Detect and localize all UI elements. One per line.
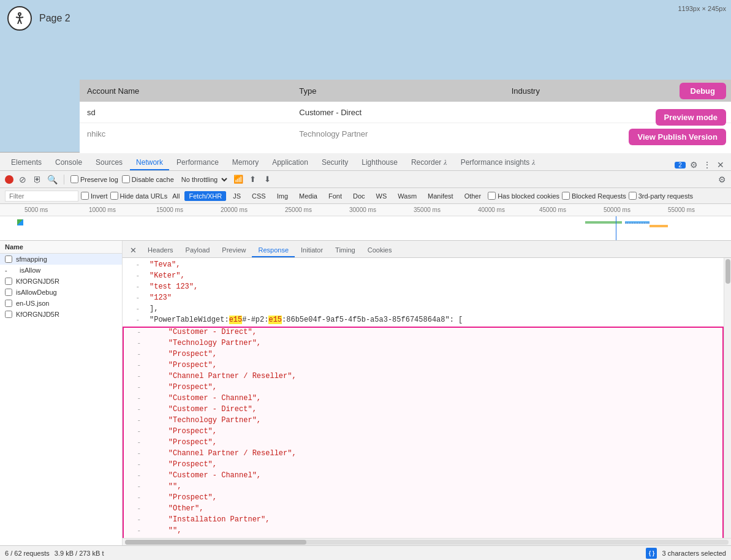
request-item-sfmapping[interactable]: sfmapping <box>0 254 122 265</box>
download-icon[interactable]: ⬇ <box>262 174 273 185</box>
requests-count: 6 / 62 requests <box>5 550 50 557</box>
third-party-checkbox[interactable] <box>629 192 637 200</box>
tab-perf-insights[interactable]: Performance insights 𝜆 <box>455 156 542 170</box>
blocked-requests-label[interactable]: Blocked Requests <box>562 192 626 200</box>
sub-tab-close[interactable]: ✕ <box>127 243 139 257</box>
request-item-kforgnjd5r-1[interactable]: KfORGNJD5R <box>0 276 122 287</box>
sub-tab-timing[interactable]: Timing <box>329 244 362 257</box>
filter-js[interactable]: JS <box>229 191 245 201</box>
timeline-bar-orange <box>650 225 668 227</box>
tab-recorder[interactable]: Recorder 𝜆 <box>405 156 453 170</box>
throttle-select[interactable]: No throttling Fast 3G Slow 3G Offline <box>178 175 229 184</box>
filter-other[interactable]: Other <box>460 191 486 201</box>
tab-performance[interactable]: Performance <box>170 156 225 170</box>
json-text: "Prospect", <box>151 460 217 469</box>
requests-panel: Name sfmapping - isAllow KfORGNJD5R isAl… <box>0 241 123 545</box>
clear-icon[interactable]: ⊘ <box>17 174 28 185</box>
sub-tab-response[interactable]: Response <box>252 244 295 257</box>
invert-label[interactable]: Invert <box>81 192 108 200</box>
request-item-kforgnjd5r-2[interactable]: KfORGNJD5R <box>0 309 122 320</box>
request-checkbox-kforgnjd5r2[interactable] <box>5 311 12 318</box>
json-content[interactable]: - "Teva", - "Keter", - "test 123", - "12… <box>123 258 724 538</box>
disable-cache-checkbox[interactable] <box>122 175 130 183</box>
line-num: - <box>126 482 141 490</box>
line-num: - <box>126 504 141 512</box>
search-icon[interactable]: 🔍 <box>47 174 58 185</box>
filter-img[interactable]: Img <box>273 191 292 201</box>
request-checkbox-kforgnjd5r1[interactable] <box>5 278 12 285</box>
filter-media[interactable]: Media <box>295 191 322 201</box>
filter-manifest[interactable]: Manifest <box>423 191 458 201</box>
has-blocked-cookies-label[interactable]: Has blocked cookies <box>488 192 559 200</box>
request-item-en-us-json[interactable]: en-US.json <box>0 298 122 309</box>
request-checkbox-sfmapping[interactable] <box>5 255 12 263</box>
tab-security[interactable]: Security <box>316 156 354 170</box>
debug-button[interactable]: Debug <box>680 83 726 99</box>
json-text: "123" <box>150 293 172 302</box>
request-name-sfmapping: sfmapping <box>16 255 117 263</box>
settings-icon[interactable]: ⚙ <box>688 159 699 170</box>
sub-tab-headers[interactable]: Headers <box>142 244 180 257</box>
tab-network[interactable]: Network <box>130 156 169 170</box>
tab-sources[interactable]: Sources <box>89 156 129 170</box>
devtools-panel: Elements Console Sources Network Perform… <box>0 152 731 560</box>
filter-doc[interactable]: Doc <box>349 191 369 201</box>
line-num: - <box>126 339 141 347</box>
record-button[interactable] <box>5 175 13 184</box>
scrollbar-thumb-h[interactable] <box>125 540 306 545</box>
sub-tab-payload[interactable]: Payload <box>180 244 216 257</box>
has-blocked-cookies-checkbox[interactable] <box>488 192 496 200</box>
invert-checkbox[interactable] <box>81 192 89 200</box>
filter-input[interactable] <box>5 191 78 202</box>
line-num: - <box>126 493 141 501</box>
json-line-h: - "Prospect", <box>124 350 722 361</box>
request-item-isallow[interactable]: - isAllow <box>0 265 122 276</box>
request-checkbox-en-us-json[interactable] <box>5 300 12 307</box>
line-num: - <box>126 449 141 457</box>
scrollbar-track <box>125 540 729 545</box>
scrollbar-thumb[interactable] <box>725 259 730 284</box>
close-icon[interactable]: ✕ <box>715 159 726 170</box>
json-line-h: - "Prospect", <box>124 427 722 438</box>
more-icon[interactable]: ⋮ <box>702 159 713 170</box>
sub-tab-preview[interactable]: Preview <box>216 244 252 257</box>
json-text: "Installation Partner", <box>151 515 270 524</box>
all-filter[interactable]: All <box>170 192 182 200</box>
line-num: - <box>125 316 140 324</box>
tab-elements[interactable]: Elements <box>5 156 48 170</box>
preserve-log-text: Preserve log <box>80 176 118 183</box>
hide-data-urls-checkbox[interactable] <box>110 192 118 200</box>
request-item-isallowdebug[interactable]: isAllowDebug <box>0 287 122 298</box>
blocked-requests-checkbox[interactable] <box>562 192 570 200</box>
request-checkbox-isallowdebug[interactable] <box>5 289 12 296</box>
tab-console[interactable]: Console <box>49 156 88 170</box>
preserve-log-label[interactable]: Preserve log <box>70 175 118 183</box>
json-line: - "Teva", <box>123 260 724 271</box>
wifi-icon: 📶 <box>233 174 244 185</box>
preserve-log-checkbox[interactable] <box>70 175 78 183</box>
sub-tab-cookies[interactable]: Cookies <box>362 244 398 257</box>
accessibility-icon[interactable] <box>7 6 32 31</box>
network-settings-icon[interactable]: ⚙ <box>718 175 726 184</box>
third-party-label[interactable]: 3rd-party requests <box>629 192 693 200</box>
vertical-scrollbar[interactable] <box>724 258 731 538</box>
tab-memory[interactable]: Memory <box>226 156 265 170</box>
tab-application[interactable]: Application <box>266 156 314 170</box>
disable-cache-label[interactable]: Disable cache <box>122 175 174 183</box>
sub-tab-initiator[interactable]: Initiator <box>295 244 329 257</box>
filter-fetch-xhr[interactable]: Fetch/XHR <box>184 191 226 201</box>
filter-css[interactable]: CSS <box>248 191 270 201</box>
hide-data-urls-label[interactable]: Hide data URLs <box>110 192 168 200</box>
filter-ws[interactable]: WS <box>372 191 392 201</box>
upload-icon[interactable]: ⬆ <box>248 174 259 185</box>
tab-lighthouse[interactable]: Lighthouse <box>355 156 404 170</box>
json-text: "Prospect", <box>151 361 217 369</box>
horizontal-scrollbar[interactable] <box>123 538 731 545</box>
filter-font[interactable]: Font <box>324 191 346 201</box>
preview-mode-button[interactable]: Preview mode <box>656 109 726 126</box>
filter-icon[interactable]: ⛨ <box>32 174 43 185</box>
response-panel: ✕ Headers Payload Preview Response Initi… <box>123 241 731 545</box>
json-line-h: - "Customer - Direct", <box>124 405 722 416</box>
filter-wasm[interactable]: Wasm <box>393 191 421 201</box>
view-publish-button[interactable]: View Publish Version <box>629 129 726 145</box>
